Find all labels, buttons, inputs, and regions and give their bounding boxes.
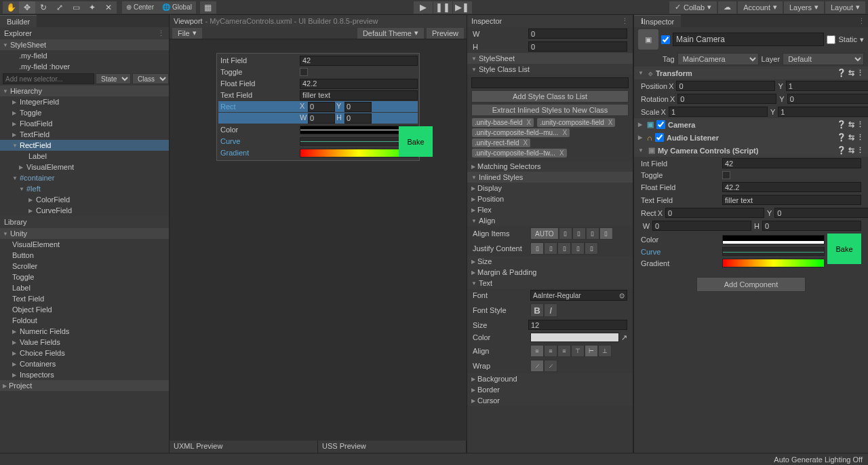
theme-dropdown[interactable]: Default Theme ▾	[357, 28, 424, 39]
class-chip[interactable]: .unity-rect-fieldX	[472, 138, 530, 147]
remove-class-icon[interactable]: X	[559, 149, 564, 157]
move-tool-icon[interactable]: ✥	[19, 1, 35, 14]
library-item[interactable]: Label	[0, 282, 169, 293]
wrap-off-button[interactable]: ⟋	[530, 360, 544, 372]
library-item[interactable]: ▶Choice Fields	[0, 348, 169, 358]
custom-tool-icon[interactable]: ✕	[100, 1, 117, 14]
hierarchy-item[interactable]: ▶ColorField	[0, 194, 169, 205]
script-rect-h-input[interactable]	[762, 221, 861, 231]
add-style-class-button[interactable]: Add Style Class to List	[471, 90, 629, 103]
hierarchy-section[interactable]: ▼Hierarchy	[0, 86, 169, 96]
hierarchy-item[interactable]: ▶TextField	[0, 129, 169, 140]
pivot-rotation-toggle[interactable]: 🌐Global	[158, 1, 196, 14]
hierarchy-item[interactable]: Label	[0, 151, 169, 162]
script-curve-swatch[interactable]	[722, 247, 825, 256]
class-chip[interactable]: .unity-composite-field--tw...X	[472, 149, 567, 157]
add-component-button[interactable]: Add Component	[696, 277, 806, 292]
class-chip[interactable]: .unity-base-fieldX	[472, 118, 534, 127]
align-center-button[interactable]: ▯	[572, 227, 586, 240]
hierarchy-item[interactable]: ▶CurveField	[0, 205, 169, 216]
remove-class-icon[interactable]: X	[608, 119, 613, 126]
script-int-input[interactable]	[722, 158, 861, 168]
extract-styles-button[interactable]: Extract Inlined Styles to New Class	[471, 104, 629, 116]
scale-y-input[interactable]	[778, 107, 868, 117]
account-dropdown[interactable]: Account ▾	[738, 1, 783, 14]
stylesheet-section[interactable]: ▼StyleSheet	[0, 39, 169, 50]
hierarchy-item[interactable]: ▶VisualElement	[0, 162, 169, 172]
scale-x-input[interactable]	[669, 107, 768, 117]
bold-button[interactable]: B	[530, 303, 544, 317]
italic-button[interactable]: I	[544, 303, 557, 317]
script-float-input[interactable]	[722, 182, 861, 192]
justify-center-button[interactable]: ▯	[544, 242, 557, 255]
inspector-menu-icon[interactable]: ⋮	[858, 17, 865, 26]
selector-item[interactable]: .my-field	[0, 50, 169, 61]
text-align-right-button[interactable]: ≡	[557, 345, 571, 357]
hierarchy-item[interactable]: ▼#container	[0, 172, 169, 183]
align-section[interactable]: ▼Align	[467, 215, 633, 226]
collab-dropdown[interactable]: ✓ Collab ▾	[669, 1, 717, 14]
style-class-list-header[interactable]: ▼Style Class List	[467, 64, 633, 75]
tag-dropdown[interactable]: MainCamera	[677, 53, 759, 65]
script-toggle-checkbox[interactable]	[722, 171, 730, 179]
library-item[interactable]: Button	[0, 250, 169, 261]
bake-button[interactable]: Bake	[399, 126, 433, 157]
stylesheet-section-header[interactable]: ▼StyleSheet	[467, 53, 633, 64]
rect-tool-icon[interactable]: ▭	[68, 1, 84, 14]
align-end-button[interactable]: ▯	[586, 227, 599, 240]
explorer-menu-icon[interactable]: ⋮	[157, 29, 165, 38]
text-align-left-button[interactable]: ≡	[530, 345, 544, 357]
layout-dropdown[interactable]: Layout ▾	[825, 1, 865, 14]
float-field-input[interactable]	[300, 79, 418, 89]
class-chip[interactable]: .unity-composite-fieldX	[537, 118, 615, 127]
add-selector-input[interactable]	[3, 73, 94, 84]
script-text-input[interactable]	[722, 195, 861, 205]
viewport-canvas[interactable]: Int Field Toggle Float Field Text Field …	[170, 39, 467, 441]
hierarchy-item[interactable]: ▶FloatField	[0, 118, 169, 129]
library-project-section[interactable]: ▶Project	[0, 380, 169, 391]
hierarchy-item[interactable]: ▶Toggle	[0, 107, 169, 118]
justify-end-button[interactable]: ▯	[557, 242, 571, 255]
gameobject-name-input[interactable]	[673, 33, 824, 46]
camera-enabled-checkbox[interactable]	[656, 120, 665, 129]
pivot-mode-toggle[interactable]: ⊕Center	[122, 1, 158, 14]
script-rect-y-input[interactable]	[774, 208, 868, 218]
layers-dropdown[interactable]: Layers ▾	[784, 1, 824, 14]
class-dropdown[interactable]: Class	[132, 73, 169, 84]
rot-y-input[interactable]	[787, 94, 868, 104]
text-section[interactable]: ▼Text	[467, 278, 633, 289]
scale-tool-icon[interactable]: ⤢	[52, 1, 68, 14]
script-component-header[interactable]: ▼▣ My Camera Controls (Script)❔ ⇆ ⋮	[634, 144, 868, 157]
rect-y-input[interactable]	[344, 102, 372, 112]
library-item[interactable]: ▶Value Fields	[0, 337, 169, 348]
int-field-input[interactable]	[300, 56, 418, 66]
transform-component-header[interactable]: ▼⟐ Transform❔ ⇆ ⋮	[634, 67, 868, 79]
text-align-center-button[interactable]: ≡	[544, 345, 557, 357]
library-item[interactable]: ▶Containers	[0, 358, 169, 369]
script-rect-x-input[interactable]	[665, 208, 764, 218]
play-button[interactable]: ▶	[414, 1, 433, 14]
display-section[interactable]: ▶Display	[467, 183, 633, 193]
rot-x-input[interactable]	[677, 94, 776, 104]
remove-class-icon[interactable]: X	[527, 119, 532, 126]
snap-tool-icon[interactable]: ▦	[200, 1, 216, 14]
builder-inspector-menu-icon[interactable]: ⋮	[621, 17, 629, 26]
transform-tool-icon[interactable]: ✦	[84, 1, 100, 14]
library-item[interactable]: Foldout	[0, 315, 169, 326]
hierarchy-item[interactable]: ▼#left	[0, 183, 169, 194]
text-align-bottom-button[interactable]: ⊥	[598, 345, 612, 357]
size-input[interactable]	[528, 320, 627, 330]
builder-tab[interactable]: Builder	[0, 15, 37, 27]
cursor-section[interactable]: ▶Cursor	[467, 395, 633, 406]
script-gradient-swatch[interactable]	[722, 259, 825, 267]
layer-dropdown[interactable]: Default	[783, 53, 864, 65]
rect-w-input[interactable]	[308, 113, 335, 124]
step-button[interactable]: ▶❚	[453, 1, 472, 14]
h-input[interactable]	[528, 41, 627, 52]
position-section[interactable]: ▶Position	[467, 193, 633, 204]
script-rect-w-input[interactable]	[652, 221, 751, 231]
border-section[interactable]: ▶Border	[467, 384, 633, 395]
rotate-tool-icon[interactable]: ↻	[35, 1, 52, 14]
justify-start-button[interactable]: ▯	[530, 242, 544, 255]
library-item[interactable]: Toggle	[0, 272, 169, 282]
